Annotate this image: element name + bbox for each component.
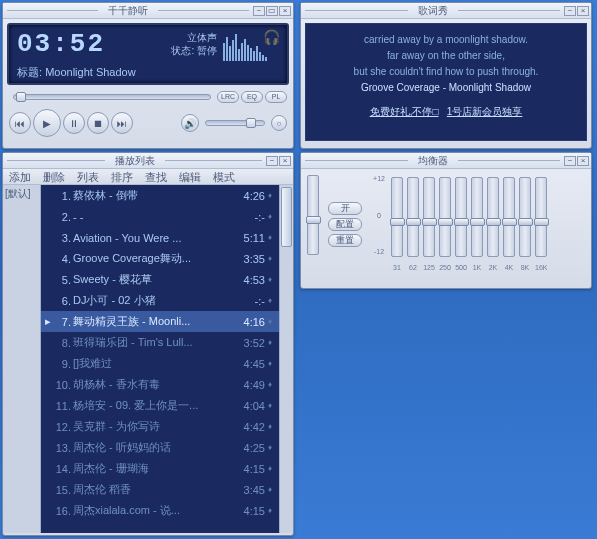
- player-window: 千千静听 − ▭ × 03:52 立体声 状态: 暂停 🎧 标题: Moonli…: [2, 2, 294, 149]
- eq-band-31[interactable]: [391, 177, 403, 257]
- playlist-row[interactable]: 3.Aviation - You Were ...5:11♦: [41, 227, 279, 248]
- menu-删除[interactable]: 删除: [37, 169, 71, 184]
- lyrics-minimize-button[interactable]: −: [564, 6, 576, 16]
- playlist-row[interactable]: 15.周杰伦 稻香3:45♦: [41, 479, 279, 500]
- prev-button[interactable]: ⏮: [9, 112, 31, 134]
- menu-模式[interactable]: 模式: [207, 169, 241, 184]
- playlist-scrollbar[interactable]: [279, 185, 293, 533]
- audio-info: 立体声 状态: 暂停: [171, 31, 217, 57]
- lyrics-title: 歌词秀: [412, 4, 454, 18]
- volume-icon[interactable]: 🔊: [181, 114, 199, 132]
- eq-band-250[interactable]: [439, 177, 451, 257]
- preamp-slider[interactable]: [307, 175, 319, 255]
- eq-band-16K[interactable]: [535, 177, 547, 257]
- playlist-window: 播放列表 − × 添加删除列表排序查找编辑模式 [默认] 1.蔡依林 - 倒带4…: [2, 152, 294, 536]
- player-titlebar[interactable]: 千千静听 − ▭ ×: [3, 3, 293, 19]
- lyric-song-title: Groove Coverage - Moonlight Shadow: [310, 80, 582, 96]
- playlist-titlebar[interactable]: 播放列表 − ×: [3, 153, 293, 169]
- eq-minimize-button[interactable]: −: [564, 156, 576, 166]
- eq-band-62[interactable]: [407, 177, 419, 257]
- pl-button[interactable]: PL: [265, 91, 287, 103]
- compact-button[interactable]: ▭: [266, 6, 278, 16]
- eq-close-button[interactable]: ×: [577, 156, 589, 166]
- playlist-row[interactable]: 10.胡杨林 - 香水有毒4:49♦: [41, 374, 279, 395]
- menu-列表[interactable]: 列表: [71, 169, 105, 184]
- eq-band-8K[interactable]: [519, 177, 531, 257]
- player-display: 03:52 立体声 状态: 暂停 🎧 标题: Moonlight Shadow: [7, 23, 289, 85]
- stop-button[interactable]: ⏹: [87, 112, 109, 134]
- playlist-row[interactable]: 2.- --:-♦: [41, 206, 279, 227]
- lyric-line: carried away by a moonlight shadow.: [310, 32, 582, 48]
- lyric-line: far away on the other side,: [310, 48, 582, 64]
- playlist-sidebar[interactable]: [默认]: [3, 185, 41, 533]
- player-title: 千千静听: [102, 4, 154, 18]
- playlist-close-button[interactable]: ×: [279, 156, 291, 166]
- headphone-icon[interactable]: 🎧: [263, 29, 279, 45]
- eq-preamp: [307, 175, 319, 257]
- playlist-row[interactable]: 1.蔡依林 - 倒带4:26♦: [41, 185, 279, 206]
- menu-排序[interactable]: 排序: [105, 169, 139, 184]
- eq-config-button[interactable]: 配置: [328, 218, 362, 231]
- minimize-button[interactable]: −: [253, 6, 265, 16]
- track-info: 标题: Moonlight Shadow: [9, 63, 287, 84]
- playlist-row[interactable]: 11.杨培安 - 09. 爱上你是一...4:04♦: [41, 395, 279, 416]
- playlist-row[interactable]: 13.周杰伦 - 听妈妈的话4:25♦: [41, 437, 279, 458]
- next-button[interactable]: ⏭: [111, 112, 133, 134]
- ad-link-1[interactable]: 免费好礼,不停□: [370, 106, 439, 117]
- eq-band-1K[interactable]: [471, 177, 483, 257]
- lyrics-close-button[interactable]: ×: [577, 6, 589, 16]
- eq-band-sliders: 31621252505001K2K4K8K16K: [391, 175, 585, 257]
- pause-button[interactable]: ⏸: [63, 112, 85, 134]
- lrc-button[interactable]: LRC: [217, 91, 239, 103]
- playlist-row[interactable]: 16.周杰xialala.com - 说...4:15♦: [41, 500, 279, 521]
- seek-slider[interactable]: [13, 94, 211, 100]
- mute-button[interactable]: ○: [271, 115, 287, 131]
- playlist-row[interactable]: ▸7.舞动精灵王族 - Moonli...4:16♦: [41, 311, 279, 332]
- playlist-row[interactable]: 6.DJ小可 - 02 小猪-:-♦: [41, 290, 279, 311]
- eq-reset-button[interactable]: 重置: [328, 234, 362, 247]
- eq-band-4K[interactable]: [503, 177, 515, 257]
- playlist-row[interactable]: 9.[]我难过4:45♦: [41, 353, 279, 374]
- ad-link-2[interactable]: 1号店新会员独享: [447, 106, 523, 117]
- playlist-row[interactable]: 4.Groove Coverage舞动...3:35♦: [41, 248, 279, 269]
- lyric-line: but she couldn't find how to push throug…: [310, 64, 582, 80]
- menu-添加[interactable]: 添加: [3, 169, 37, 184]
- equalizer-title: 均衡器: [412, 154, 454, 168]
- playlist-title: 播放列表: [109, 154, 161, 168]
- eq-on-button[interactable]: 开: [328, 202, 362, 215]
- playlist-menubar: 添加删除列表排序查找编辑模式: [3, 169, 293, 185]
- eq-band-125[interactable]: [423, 177, 435, 257]
- lyrics-titlebar[interactable]: 歌词秀 − ×: [301, 3, 591, 19]
- playlist-row[interactable]: 14.周杰伦 - 珊瑚海4:15♦: [41, 458, 279, 479]
- lyrics-window: 歌词秀 − × carried away by a moonlight shad…: [300, 2, 592, 149]
- equalizer-titlebar[interactable]: 均衡器 − ×: [301, 153, 591, 169]
- close-button[interactable]: ×: [279, 6, 291, 16]
- menu-查找[interactable]: 查找: [139, 169, 173, 184]
- menu-编辑[interactable]: 编辑: [173, 169, 207, 184]
- eq-scale: +120-12: [371, 175, 387, 255]
- lyrics-display: carried away by a moonlight shadow. far …: [305, 23, 587, 141]
- eq-band-500[interactable]: [455, 177, 467, 257]
- eq-band-2K[interactable]: [487, 177, 499, 257]
- equalizer-window: 均衡器 − × 开 配置 重置 +120-12 31621252505001K2…: [300, 152, 592, 289]
- playlist-minimize-button[interactable]: −: [266, 156, 278, 166]
- playlist-row[interactable]: 8.班得瑞乐团 - Tim's Lull...3:52♦: [41, 332, 279, 353]
- playlist-row[interactable]: 5.Sweety - 樱花草4:53♦: [41, 269, 279, 290]
- playlist-tracks[interactable]: 1.蔡依林 - 倒带4:26♦2.- --:-♦3.Aviation - You…: [41, 185, 279, 533]
- eq-button[interactable]: EQ: [241, 91, 263, 103]
- volume-slider[interactable]: [205, 120, 265, 126]
- playlist-row[interactable]: 12.吴克群 - 为你写诗4:42♦: [41, 416, 279, 437]
- play-button[interactable]: ▶: [33, 109, 61, 137]
